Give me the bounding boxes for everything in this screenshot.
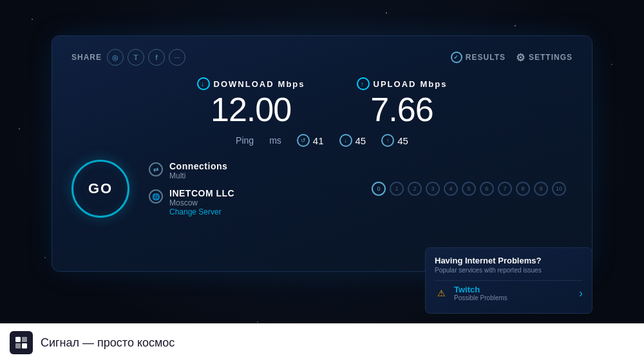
jitter-down-icon: ↓ bbox=[339, 134, 352, 147]
download-arrow-icon: ↓ bbox=[197, 77, 210, 90]
jitter-down-item: ↓ 45 bbox=[339, 134, 366, 147]
svg-rect-10 bbox=[15, 337, 21, 342]
connections-row: ⇄ Connections Multi bbox=[149, 161, 234, 180]
connections-value: Multi bbox=[169, 171, 227, 180]
facebook-share-icon[interactable]: f bbox=[148, 49, 165, 66]
progress-dot-1: 1 bbox=[390, 182, 404, 196]
gear-icon: ⚙ bbox=[516, 52, 526, 64]
top-bar: SHARE ◎ 𝕋 f ··· ✓ RESULTS ⚙ SETTINGS bbox=[71, 49, 573, 66]
upload-block: ↑ UPLOAD Mbps 7.66 bbox=[357, 77, 448, 126]
server-name: INETCOM LLC bbox=[169, 188, 234, 198]
progress-dot-7: 7 bbox=[498, 182, 512, 196]
go-label: GO bbox=[88, 180, 113, 197]
bottom-bar: Сигнал — просто космос bbox=[0, 323, 644, 362]
speedtest-share-icon[interactable]: ◎ bbox=[107, 49, 124, 66]
ping-value-item: ↺ 41 bbox=[297, 134, 324, 147]
bottom-section: GO ⇄ Connections Multi 🌐 INETCOM LLC Mos… bbox=[71, 160, 573, 218]
server-globe-icon: 🌐 bbox=[149, 189, 163, 204]
ping-row: Ping ms ↺ 41 ↓ 45 ↑ 45 bbox=[71, 134, 573, 147]
connections-icon: ⇄ bbox=[149, 162, 163, 176]
upload-arrow-icon: ↑ bbox=[357, 77, 370, 90]
twitter-share-icon[interactable]: 𝕋 bbox=[128, 49, 144, 66]
progress-dot-2: 2 bbox=[408, 182, 422, 196]
bottom-caption: Сигнал — просто космос bbox=[41, 336, 175, 350]
share-icons: ◎ 𝕋 f ··· bbox=[107, 49, 185, 66]
speedtest-panel: SHARE ◎ 𝕋 f ··· ✓ RESULTS ⚙ SETTINGS ↓ D bbox=[52, 35, 592, 272]
progress-dot-3: 3 bbox=[426, 182, 440, 196]
progress-dot-4: 4 bbox=[444, 182, 458, 196]
progress-dot-5: 5 bbox=[462, 182, 476, 196]
svg-rect-12 bbox=[15, 343, 21, 348]
progress-dot-9: 9 bbox=[534, 182, 548, 196]
results-check-icon: ✓ bbox=[451, 52, 462, 63]
more-share-icon[interactable]: ··· bbox=[169, 49, 185, 66]
server-row: 🌐 INETCOM LLC Moscow Change Server bbox=[149, 188, 234, 216]
jitter-up-item: ↑ 45 bbox=[381, 134, 408, 147]
share-section: SHARE ◎ 𝕋 f ··· bbox=[71, 49, 185, 66]
speed-display: ↓ DOWNLOAD Mbps 12.00 ↑ UPLOAD Mbps 7.66 bbox=[71, 77, 573, 126]
ping-refresh-icon: ↺ bbox=[297, 134, 310, 147]
connections-label: Connections bbox=[169, 161, 227, 171]
upload-value: 7.66 bbox=[357, 93, 448, 126]
top-right-section: ✓ RESULTS ⚙ SETTINGS bbox=[451, 52, 573, 64]
svg-rect-13 bbox=[22, 343, 27, 348]
ping-label: Ping bbox=[236, 135, 254, 146]
jitter-up-icon: ↑ bbox=[381, 134, 394, 147]
problems-subtitle: Popular services with reported issues bbox=[435, 267, 583, 274]
problems-title: Having Internet Problems? bbox=[435, 256, 583, 265]
results-button[interactable]: ✓ RESULTS bbox=[451, 52, 506, 63]
download-block: ↓ DOWNLOAD Mbps 12.00 bbox=[197, 77, 305, 126]
twitch-warning-icon: ⚠ bbox=[435, 287, 448, 300]
server-info: ⇄ Connections Multi 🌐 INETCOM LLC Moscow… bbox=[149, 161, 234, 216]
settings-button[interactable]: ⚙ SETTINGS bbox=[516, 52, 573, 64]
change-server-link[interactable]: Change Server bbox=[169, 207, 234, 216]
twitch-status: Possible Problems bbox=[454, 294, 573, 301]
server-location: Moscow bbox=[169, 198, 234, 207]
ping-unit: ms bbox=[269, 135, 281, 146]
twitch-arrow-icon[interactable]: › bbox=[579, 287, 583, 300]
problems-panel: Having Internet Problems? Popular servic… bbox=[425, 247, 592, 314]
progress-dot-6: 6 bbox=[480, 182, 494, 196]
progress-dot-10: 10 bbox=[552, 182, 566, 196]
svg-rect-11 bbox=[22, 337, 27, 342]
upload-label: ↑ UPLOAD Mbps bbox=[357, 77, 448, 90]
app-logo bbox=[10, 331, 33, 354]
twitch-name: Twitch bbox=[454, 285, 573, 294]
progress-bar: 012345678910 bbox=[372, 182, 573, 196]
download-value: 12.00 bbox=[197, 93, 305, 126]
progress-dot-8: 8 bbox=[516, 182, 530, 196]
connections-content: Connections Multi bbox=[169, 161, 227, 180]
share-label: SHARE bbox=[71, 53, 102, 62]
go-button[interactable]: GO bbox=[71, 160, 129, 218]
twitch-service-item: ⚠ Twitch Possible Problems › bbox=[435, 280, 583, 305]
download-label: ↓ DOWNLOAD Mbps bbox=[197, 77, 305, 90]
server-content: INETCOM LLC Moscow Change Server bbox=[169, 188, 234, 216]
progress-dot-0: 0 bbox=[372, 182, 386, 196]
